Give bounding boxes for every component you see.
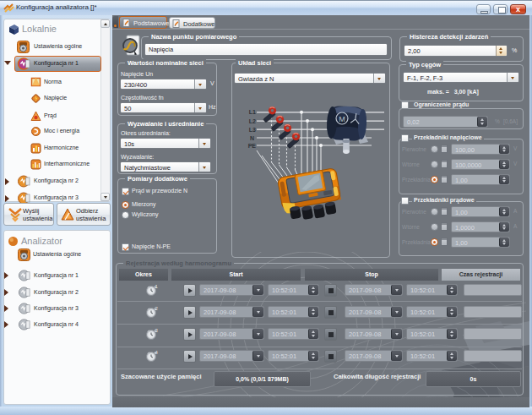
svg-text:PE: PE <box>248 143 257 149</box>
svg-text:L2: L2 <box>249 118 256 124</box>
svg-text:L1: L1 <box>249 109 256 115</box>
svg-text:3: 3 <box>155 328 159 333</box>
svg-text:L3: L3 <box>249 127 256 133</box>
svg-text:M: M <box>339 115 345 123</box>
svg-text:N: N <box>250 135 254 141</box>
svg-text:2: 2 <box>155 306 159 311</box>
svg-text:4: 4 <box>155 350 159 355</box>
svg-text:1: 1 <box>155 284 159 289</box>
